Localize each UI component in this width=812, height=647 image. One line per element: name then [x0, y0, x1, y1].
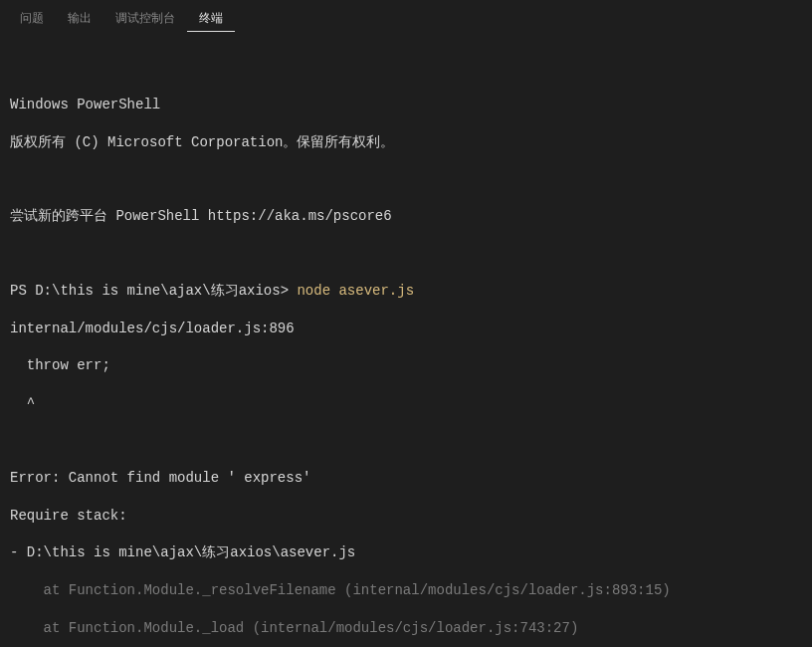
prompt-path: PS D:\this is mine\ajax\练习axios> — [10, 283, 297, 299]
pscore-hint: 尝试新的跨平台 PowerShell https://aka.ms/pscore… — [10, 207, 802, 226]
error-line: Error: Cannot find module ' express' — [10, 469, 802, 488]
prompt-command: node asever.js — [297, 283, 414, 299]
error-line: Require stack: — [10, 507, 802, 526]
stack-trace-line: at Function.Module._load (internal/modul… — [10, 619, 802, 638]
powershell-title: Windows PowerShell — [10, 96, 802, 114]
terminal-output[interactable]: Windows PowerShell 版权所有 (C) Microsoft Co… — [0, 32, 812, 647]
tab-terminal[interactable]: 终端 — [187, 6, 235, 32]
prompt-line-1: PS D:\this is mine\ajax\练习axios> node as… — [10, 282, 802, 301]
output-line: throw err; — [10, 356, 802, 375]
stack-trace-line: at Function.Module._resolveFilename (int… — [10, 581, 802, 600]
copyright-line: 版权所有 (C) Microsoft Corporation。保留所有权利。 — [10, 133, 802, 152]
tab-debug-console[interactable]: 调试控制台 — [103, 6, 187, 32]
tab-output[interactable]: 输出 — [56, 6, 103, 32]
panel-tabs: 问题 输出 调试控制台 终端 — [0, 0, 812, 32]
output-line: ^ — [10, 394, 802, 413]
output-line: internal/modules/cjs/loader.js:896 — [10, 320, 802, 338]
error-line: - D:\this is mine\ajax\练习axios\asever.js — [10, 543, 802, 562]
tab-problems[interactable]: 问题 — [8, 6, 56, 32]
